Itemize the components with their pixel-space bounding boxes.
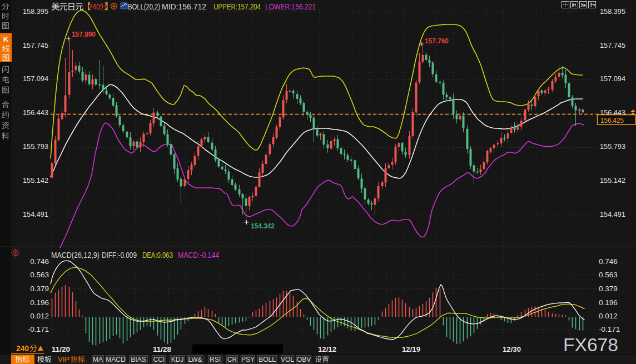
svg-text:DEA:0.063: DEA:0.063 — [142, 251, 173, 260]
svg-text:12/30: 12/30 — [503, 345, 521, 353]
svg-text:VIP: VIP — [58, 355, 69, 363]
svg-text:0.012: 0.012 — [599, 312, 618, 320]
svg-text:FX678: FX678 — [563, 334, 618, 355]
svg-text:0.746: 0.746 — [599, 257, 618, 266]
svg-text:LOWER:156.221: LOWER:156.221 — [265, 2, 316, 11]
svg-text:155.793: 155.793 — [600, 142, 625, 151]
svg-text:PSY: PSY — [241, 356, 255, 363]
svg-text:MA: MA — [93, 356, 103, 363]
svg-text:11/28: 11/28 — [153, 345, 171, 353]
svg-text:OBV: OBV — [297, 356, 311, 363]
svg-text:VOL: VOL — [281, 356, 294, 363]
svg-text:BOLL: BOLL — [259, 356, 276, 363]
svg-text:MACD: MACD — [106, 356, 126, 363]
svg-text:0.012: 0.012 — [30, 312, 49, 320]
svg-text:0.196: 0.196 — [599, 298, 618, 307]
svg-text:240: 240 — [88, 2, 100, 11]
svg-text:157.760: 157.760 — [425, 37, 449, 45]
svg-text:K: K — [3, 35, 9, 43]
svg-text:154.491: 154.491 — [600, 210, 625, 218]
svg-text:11/20: 11/20 — [52, 345, 70, 353]
svg-text:12/19: 12/19 — [402, 345, 420, 353]
svg-text:154.491: 154.491 — [23, 210, 48, 218]
svg-text:157.745: 157.745 — [600, 41, 625, 49]
svg-text:UPPER:157.204: UPPER:157.204 — [213, 2, 261, 11]
svg-text:0.746: 0.746 — [30, 257, 49, 266]
svg-text:155.142: 155.142 — [600, 176, 625, 185]
svg-text:157.890: 157.890 — [72, 30, 96, 38]
svg-text:0.563: 0.563 — [30, 271, 49, 279]
svg-text:CR: CR — [227, 356, 237, 363]
svg-text:0.563: 0.563 — [599, 271, 618, 279]
svg-text:KDJ: KDJ — [171, 356, 184, 363]
svg-text:240: 240 — [16, 344, 29, 353]
svg-text:BIAS: BIAS — [131, 356, 146, 363]
svg-text:-0.171: -0.171 — [599, 325, 620, 333]
svg-text:0.379: 0.379 — [599, 285, 618, 293]
svg-text:MACD:-0.144: MACD:-0.144 — [178, 251, 219, 260]
svg-text:BOLL(20,2): BOLL(20,2) — [128, 2, 160, 11]
svg-text:158.395: 158.395 — [23, 7, 48, 16]
svg-text:156.425: 156.425 — [600, 116, 624, 124]
svg-text:-0.171: -0.171 — [28, 325, 49, 333]
svg-text:158.395: 158.395 — [600, 7, 625, 16]
svg-text:LW&: LW& — [188, 356, 202, 363]
svg-text:157.094: 157.094 — [23, 74, 48, 83]
svg-text:MID:156.712: MID:156.712 — [162, 2, 206, 11]
svg-text:CCI: CCI — [153, 356, 165, 363]
svg-text:DIFF:-0.009: DIFF:-0.009 — [102, 251, 137, 260]
svg-text:0.379: 0.379 — [30, 285, 49, 293]
svg-text:MACD(26,12,9): MACD(26,12,9) — [51, 251, 100, 260]
svg-text:157.745: 157.745 — [23, 41, 48, 49]
svg-text:156.443: 156.443 — [23, 108, 48, 117]
svg-text:RSI: RSI — [210, 356, 221, 363]
svg-text:12/12: 12/12 — [318, 345, 336, 353]
svg-text:155.142: 155.142 — [23, 176, 48, 185]
svg-text:154.342: 154.342 — [251, 222, 275, 230]
svg-text:157.094: 157.094 — [600, 74, 625, 83]
svg-text:155.793: 155.793 — [23, 142, 48, 151]
svg-text:0.196: 0.196 — [30, 298, 49, 307]
